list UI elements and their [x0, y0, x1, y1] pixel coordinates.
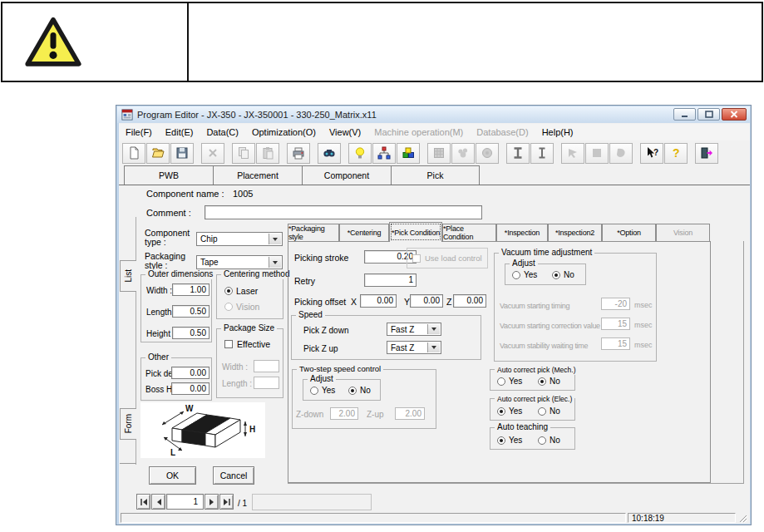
ok-button[interactable]: OK	[149, 466, 196, 485]
tab-component[interactable]: Component	[302, 165, 391, 185]
side-tab-form[interactable]: Form	[120, 408, 136, 440]
toolbar-tool-d-button	[561, 143, 584, 164]
tab-row-divider	[119, 185, 750, 185]
help-icon: ?	[669, 146, 683, 160]
outer-dimensions-title: Outer dimensions	[145, 269, 215, 279]
component-name-label: Component name :	[146, 189, 224, 199]
diagram-l-label: L	[170, 448, 175, 457]
toolbar-tool-c-button	[476, 143, 499, 164]
toolbar-exit-button[interactable]	[695, 143, 718, 164]
package-size-title: Package Size	[221, 323, 277, 333]
comment-input[interactable]	[205, 205, 482, 219]
side-tab-list[interactable]: List	[120, 260, 136, 292]
toolbar-save-button[interactable]	[170, 143, 194, 164]
menu-optimization[interactable]: Optimization(O)	[245, 125, 323, 140]
save-icon	[175, 146, 189, 160]
svg-text:?: ?	[653, 148, 658, 157]
package-width-input	[254, 360, 279, 372]
centering-laser-radio[interactable]: Laser	[224, 286, 258, 296]
find-binoculars-icon	[323, 146, 336, 160]
tab-place-condition[interactable]: *Place Condition	[442, 224, 496, 241]
record-number-input[interactable]: 1	[166, 494, 204, 510]
menu-data[interactable]: Data(C)	[200, 125, 245, 140]
open-folder-icon	[151, 146, 165, 160]
minimize-button[interactable]	[673, 108, 696, 121]
parts-cubes-icon	[402, 146, 415, 160]
packaging-style-select[interactable]: Tape	[196, 255, 283, 269]
tab-vision: Vision	[656, 224, 710, 241]
statusbar-time: 10:18:19	[628, 513, 736, 523]
menu-help[interactable]: Help(H)	[535, 125, 580, 140]
toolbar-assign-button[interactable]	[372, 143, 396, 164]
record-prev-button[interactable]	[151, 494, 165, 510]
screen: Program Editor - JX-350 - JX-350001 - 33…	[0, 0, 764, 532]
maximize-button[interactable]	[697, 108, 720, 121]
tab-packaging-style[interactable]: *Packaging style	[288, 224, 339, 241]
copy-icon	[237, 146, 250, 160]
effective-checkbox[interactable]: Effective	[224, 339, 270, 349]
tab-pick-condition[interactable]: *Pick Condition	[389, 222, 442, 242]
warning-icon-cell	[2, 3, 189, 81]
statusbar: 10:18:19	[119, 512, 750, 524]
toolbar-copy-button	[232, 143, 255, 164]
cancel-button[interactable]: Cancel	[213, 466, 254, 485]
paste-icon	[261, 146, 274, 160]
toolbar-print-button[interactable]	[287, 143, 310, 164]
toolbar-tool-a-button	[427, 143, 451, 164]
close-button[interactable]	[722, 108, 747, 121]
tab-option[interactable]: *Option	[602, 224, 656, 241]
component-diagram: W H L	[140, 402, 265, 458]
tool-f-icon	[614, 146, 628, 160]
menubar: File(F) Edit(E) Data(C) Optimization(O) …	[119, 124, 750, 140]
pin-b-icon	[535, 146, 549, 160]
component-type-select[interactable]: Chip	[196, 232, 283, 246]
window-controls	[672, 108, 747, 121]
boss-height-input[interactable]: 0.00	[171, 382, 209, 395]
toolbar-pin-a-button	[506, 143, 530, 164]
tab-pick[interactable]: Pick	[391, 165, 480, 185]
other-title: Other	[145, 352, 171, 362]
package-length-input	[254, 377, 279, 389]
tab-placement[interactable]: Placement	[213, 165, 302, 185]
menu-file[interactable]: File(F)	[119, 125, 159, 140]
component-name-value: 1005	[233, 189, 253, 199]
package-size-group: Package Size Effective Width : Length :	[216, 328, 283, 398]
record-first-button[interactable]	[136, 494, 150, 510]
titlebar: Program Editor - JX-350 - JX-350001 - 33…	[117, 106, 750, 123]
menu-database: Database(D)	[470, 125, 535, 140]
length-input[interactable]: 0.50	[172, 305, 209, 318]
toolbar-open-button[interactable]	[146, 143, 170, 164]
toolbar-paste-button	[256, 143, 279, 164]
tab-inspection[interactable]: *Inspection	[496, 224, 548, 241]
chevron-down-icon[interactable]	[269, 257, 281, 268]
outer-dimensions-group: Outer dimensions Width : 1.00 Length : 0…	[140, 274, 212, 342]
exit-door-icon	[700, 146, 713, 160]
width-input[interactable]: 1.00	[172, 283, 209, 296]
app-icon	[121, 109, 133, 121]
side-strip-end	[120, 463, 136, 464]
height-input[interactable]: 0.50	[172, 327, 209, 339]
toolbar-context-help-button[interactable]: ?	[640, 143, 663, 164]
chevron-down-icon[interactable]	[269, 234, 281, 244]
toolbar-optimize-button[interactable]	[348, 143, 372, 164]
warning-triangle-icon	[24, 16, 82, 69]
menu-view[interactable]: View(V)	[323, 125, 367, 140]
record-last-button[interactable]	[219, 494, 234, 510]
menu-edit[interactable]: Edit(E)	[159, 125, 200, 140]
tool-b-icon	[456, 146, 470, 160]
tab-centering[interactable]: *Centering	[339, 224, 389, 241]
height-label: Height :	[146, 329, 175, 339]
pick-depth-input[interactable]: 0.00	[171, 367, 209, 379]
toolbar-parts-button[interactable]	[397, 143, 420, 164]
tab-inspection2[interactable]: *Inspection2	[548, 224, 602, 241]
toolbar-tool-f-button	[609, 143, 633, 164]
tab-pwb[interactable]: PWB	[124, 165, 213, 185]
record-next-button[interactable]	[205, 494, 219, 510]
toolbar-help-button[interactable]: ?	[664, 143, 688, 164]
toolbar-find-button[interactable]	[318, 143, 341, 164]
other-group: Other Pick depth 0.00 Boss Heigh 0.00	[140, 357, 212, 401]
resize-grip[interactable]	[739, 515, 747, 523]
centering-method-title: Centering method	[221, 269, 293, 279]
toolbar-new-button[interactable]	[122, 143, 145, 164]
tool-c-icon	[481, 146, 494, 160]
